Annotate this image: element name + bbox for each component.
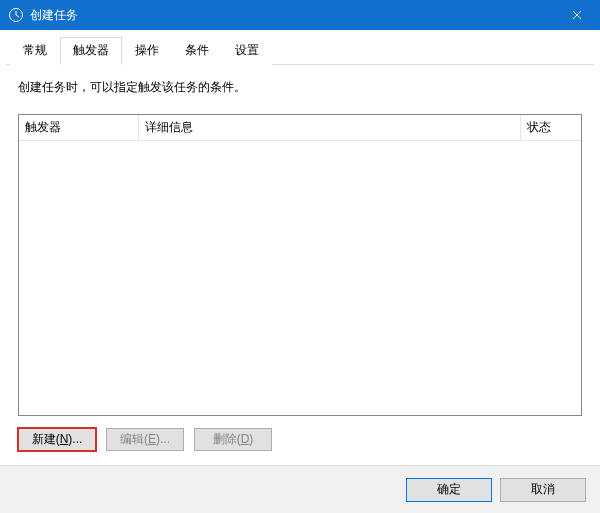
tab-actions[interactable]: 操作 xyxy=(122,37,172,65)
column-details[interactable]: 详细信息 xyxy=(139,115,521,140)
tab-triggers[interactable]: 触发器 xyxy=(60,37,122,65)
content-area: 常规 触发器 操作 条件 设置 创建任务时，可以指定触发该任务的条件。 触发器 … xyxy=(0,30,600,463)
new-button[interactable]: 新建(N)... xyxy=(18,428,96,451)
column-status[interactable]: 状态 xyxy=(521,115,581,140)
close-button[interactable] xyxy=(554,0,600,30)
triggers-panel: 创建任务时，可以指定触发该任务的条件。 触发器 详细信息 状态 新建(N)...… xyxy=(6,65,594,463)
button-row: 新建(N)... 编辑(E)... 删除(D) xyxy=(18,428,582,451)
dialog-footer: 确定 取消 xyxy=(0,465,600,513)
titlebar: 创建任务 xyxy=(0,0,600,30)
window-title: 创建任务 xyxy=(30,7,78,24)
tab-conditions[interactable]: 条件 xyxy=(172,37,222,65)
cancel-button[interactable]: 取消 xyxy=(500,478,586,502)
tab-strip: 常规 触发器 操作 条件 设置 xyxy=(6,36,594,65)
delete-button: 删除(D) xyxy=(194,428,272,451)
panel-description: 创建任务时，可以指定触发该任务的条件。 xyxy=(18,79,582,96)
table-header: 触发器 详细信息 状态 xyxy=(19,115,581,141)
tab-settings[interactable]: 设置 xyxy=(222,37,272,65)
ok-button[interactable]: 确定 xyxy=(406,478,492,502)
clock-icon xyxy=(8,7,24,23)
triggers-table[interactable]: 触发器 详细信息 状态 xyxy=(18,114,582,416)
column-trigger[interactable]: 触发器 xyxy=(19,115,139,140)
tab-general[interactable]: 常规 xyxy=(10,37,60,65)
edit-button: 编辑(E)... xyxy=(106,428,184,451)
